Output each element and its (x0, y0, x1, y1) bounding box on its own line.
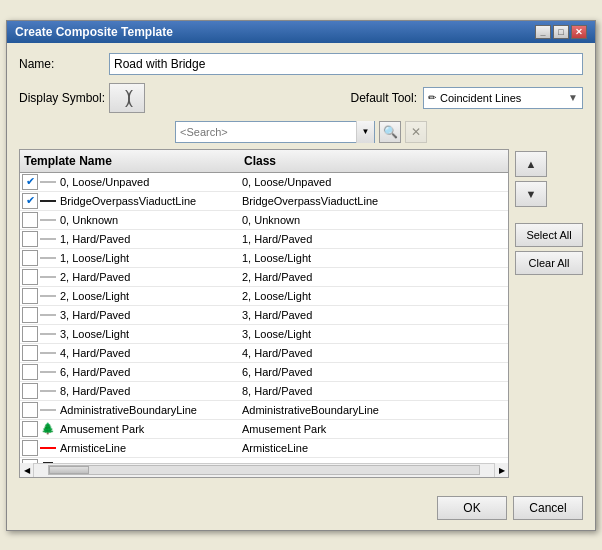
row-template-name: 2, Loose/Light (58, 289, 238, 303)
row-checkbox[interactable] (22, 345, 38, 361)
row-template-name: 4, Hard/Paved (58, 346, 238, 360)
display-symbol-label: Display Symbol: (19, 91, 109, 105)
row-checkbox[interactable] (22, 402, 38, 418)
row-class-name: 3, Loose/Light (238, 327, 508, 341)
row-class-name: ArmisticeLine (238, 441, 508, 455)
select-all-button[interactable]: Select All (515, 223, 583, 247)
display-symbol-button[interactable]: )( (109, 83, 145, 113)
close-button[interactable]: ✕ (571, 25, 587, 39)
dialog-title: Create Composite Template (15, 25, 173, 39)
clear-search-button[interactable]: ✕ (405, 121, 427, 143)
maximize-button[interactable]: □ (553, 25, 569, 39)
row-template-name: 3, Hard/Paved (58, 308, 238, 322)
row-icon (40, 290, 56, 302)
table-row[interactable]: 6, Hard/Paved6, Hard/Paved (20, 363, 508, 382)
scroll-track (48, 465, 480, 475)
symbol-tool-row: Display Symbol: )( Default Tool: ✏ Coinc… (19, 83, 583, 113)
row-checkbox[interactable] (22, 269, 38, 285)
title-bar-buttons: _ □ ✕ (535, 25, 587, 39)
move-down-button[interactable]: ▼ (515, 181, 547, 207)
create-composite-template-dialog: Create Composite Template _ □ ✕ Name: Di… (6, 20, 596, 531)
horizontal-scrollbar[interactable]: ◀ ▶ (20, 463, 508, 477)
row-checkbox[interactable]: ✔ (22, 174, 38, 190)
row-icon (40, 309, 56, 321)
name-row: Name: (19, 53, 583, 75)
default-tool-select[interactable]: ✏ Coincident Lines ▼ (423, 87, 583, 109)
row-template-name: BridgeOverpassViaductLine (58, 194, 238, 208)
row-checkbox[interactable] (22, 421, 38, 437)
row-template-name: 0, Loose/Unpaved (58, 175, 238, 189)
row-class-name: Amusement Park (238, 422, 508, 436)
name-label: Name: (19, 57, 109, 71)
table-row[interactable]: 0, Unknown0, Unknown (20, 211, 508, 230)
row-class-name: 3, Hard/Paved (238, 308, 508, 322)
row-class-name: 4, Hard/Paved (238, 346, 508, 360)
row-template-name: Capitol Building (58, 460, 238, 463)
row-class-name: 0, Unknown (238, 213, 508, 227)
side-buttons: ▲ ▼ Select All Clear All (515, 149, 583, 478)
row-icon (40, 385, 56, 397)
row-icon (40, 233, 56, 245)
search-button[interactable]: 🔍 (379, 121, 401, 143)
row-template-name: 1, Loose/Light (58, 251, 238, 265)
row-checkbox[interactable] (22, 288, 38, 304)
minimize-button[interactable]: _ (535, 25, 551, 39)
row-checkbox[interactable] (22, 307, 38, 323)
dialog-body: Name: Display Symbol: )( Default Tool: ✏… (7, 43, 595, 488)
default-tool-section: Default Tool: ✏ Coincident Lines ▼ (351, 87, 584, 109)
scroll-thumb[interactable] (49, 466, 89, 474)
search-container: ▼ (175, 121, 375, 143)
row-template-name: 0, Unknown (58, 213, 238, 227)
search-input[interactable] (176, 126, 356, 138)
name-input[interactable] (109, 53, 583, 75)
row-checkbox[interactable] (22, 383, 38, 399)
table-row[interactable]: 4, Hard/Paved4, Hard/Paved (20, 344, 508, 363)
scroll-right-btn[interactable]: ▶ (494, 463, 508, 477)
default-tool-label: Default Tool: (351, 91, 418, 105)
tool-select-text: ✏ Coincident Lines (428, 92, 568, 104)
row-checkbox[interactable] (22, 212, 38, 228)
search-row: ▼ 🔍 ✕ (19, 121, 583, 143)
row-checkbox[interactable]: ✔ (22, 193, 38, 209)
row-template-name: 3, Loose/Light (58, 327, 238, 341)
row-class-name: AdministrativeBoundaryLine (238, 403, 508, 417)
table-header: Template Name Class (20, 150, 508, 173)
search-dropdown-arrow[interactable]: ▼ (356, 121, 374, 143)
row-checkbox[interactable] (22, 326, 38, 342)
table-row[interactable]: 3, Loose/Light3, Loose/Light (20, 325, 508, 344)
row-checkbox[interactable] (22, 440, 38, 456)
table-row[interactable]: 2, Hard/Paved2, Hard/Paved (20, 268, 508, 287)
table-row[interactable]: AdministrativeBoundaryLineAdministrative… (20, 401, 508, 420)
row-class-name: Capitol Building (238, 460, 508, 463)
col-template-name: Template Name (20, 152, 240, 170)
row-checkbox[interactable] (22, 231, 38, 247)
ok-button[interactable]: OK (437, 496, 507, 520)
row-class-name: 2, Hard/Paved (238, 270, 508, 284)
table-row[interactable]: 8, Hard/Paved8, Hard/Paved (20, 382, 508, 401)
tool-select-value: Coincident Lines (440, 92, 521, 104)
row-icon (40, 366, 56, 378)
row-template-name: 8, Hard/Paved (58, 384, 238, 398)
table-row[interactable]: 1, Hard/Paved1, Hard/Paved (20, 230, 508, 249)
row-checkbox[interactable] (22, 459, 38, 463)
move-up-button[interactable]: ▲ (515, 151, 547, 177)
row-class-name: 8, Hard/Paved (238, 384, 508, 398)
row-class-name: 1, Hard/Paved (238, 232, 508, 246)
table-row[interactable]: Capitol BuildingCapitol Building (20, 458, 508, 463)
table-scroll[interactable]: ✔0, Loose/Unpaved0, Loose/Unpaved✔Bridge… (20, 173, 508, 463)
table-row[interactable]: 3, Hard/Paved3, Hard/Paved (20, 306, 508, 325)
template-table: Template Name Class ✔0, Loose/Unpaved0, … (19, 149, 509, 478)
row-template-name: Amusement Park (58, 422, 238, 436)
clear-all-button[interactable]: Clear All (515, 251, 583, 275)
table-row[interactable]: ArmisticeLineArmisticeLine (20, 439, 508, 458)
row-checkbox[interactable] (22, 250, 38, 266)
table-row[interactable]: 🌲Amusement ParkAmusement Park (20, 420, 508, 439)
table-row[interactable]: ✔0, Loose/Unpaved0, Loose/Unpaved (20, 173, 508, 192)
scroll-left-btn[interactable]: ◀ (20, 463, 34, 477)
table-row[interactable]: ✔BridgeOverpassViaductLineBridgeOverpass… (20, 192, 508, 211)
table-row[interactable]: 1, Loose/Light1, Loose/Light (20, 249, 508, 268)
table-row[interactable]: 2, Loose/Light2, Loose/Light (20, 287, 508, 306)
row-checkbox[interactable] (22, 364, 38, 380)
row-icon (40, 347, 56, 359)
cancel-button[interactable]: Cancel (513, 496, 583, 520)
